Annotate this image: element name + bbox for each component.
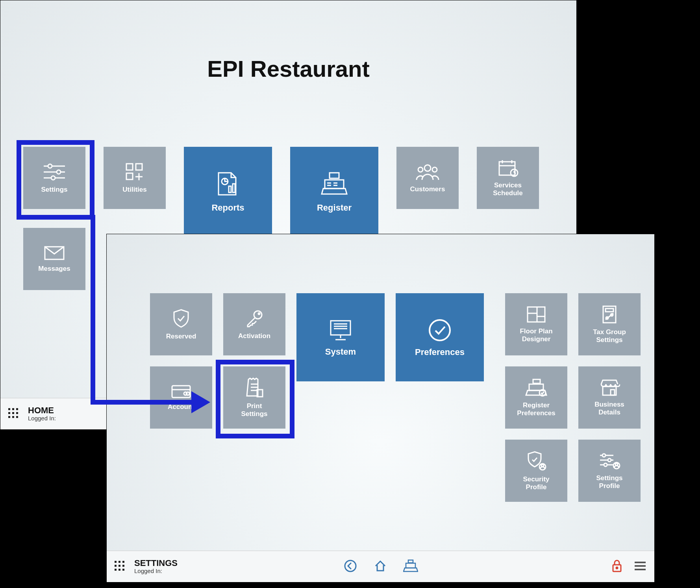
customers-icon xyxy=(416,163,439,181)
lock-icon[interactable] xyxy=(611,559,623,574)
tile-label: Reports xyxy=(211,203,244,213)
sliders-icon xyxy=(42,162,67,182)
svg-rect-73 xyxy=(408,560,413,563)
tile-label: Utilities xyxy=(122,186,146,194)
svg-rect-7 xyxy=(136,164,142,170)
svg-point-1 xyxy=(48,164,52,168)
tile-label: SecurityProfile xyxy=(523,475,549,491)
bottombar-status: HOME Logged In: xyxy=(28,406,56,422)
svg-rect-40 xyxy=(528,307,545,322)
svg-rect-45 xyxy=(606,309,613,312)
svg-point-72 xyxy=(345,560,356,571)
tile-label: Register xyxy=(317,203,352,213)
svg-point-20 xyxy=(424,165,431,171)
app-title: EPI Restaurant xyxy=(0,55,576,82)
register-tile[interactable]: Register xyxy=(290,147,378,235)
register-preferences-tile[interactable]: RegisterPreferences xyxy=(505,366,567,429)
utilities-tile[interactable]: Utilities xyxy=(104,147,166,209)
tile-label: RegisterPreferences xyxy=(517,401,555,417)
security-profile-tile[interactable]: SecurityProfile xyxy=(505,440,567,502)
print-settings-tile[interactable]: PrintSettings xyxy=(223,366,285,429)
svg-point-22 xyxy=(432,167,437,172)
svg-point-32 xyxy=(258,313,260,314)
tile-label: BusinessDetails xyxy=(594,401,624,416)
shield-user-icon xyxy=(526,450,546,472)
tile-label: System xyxy=(325,347,356,357)
storefront-icon xyxy=(599,379,620,397)
register-check-icon xyxy=(525,378,547,398)
settings-profile-tile[interactable]: SettingsProfile xyxy=(578,440,641,502)
section-label: HOME xyxy=(28,406,56,415)
svg-point-39 xyxy=(430,320,450,340)
settings-bottombar: SETTINGS Logged In: xyxy=(107,551,654,582)
tile-label: Messages xyxy=(38,265,70,273)
reserved-tile[interactable]: Reserved xyxy=(150,293,212,355)
tile-label: Floor PlanDesigner xyxy=(520,327,552,343)
arrow-head-icon xyxy=(191,391,210,413)
svg-rect-15 xyxy=(325,180,344,189)
back-icon[interactable] xyxy=(343,559,357,575)
tax-group-settings-tile[interactable]: Tax GroupSettings xyxy=(578,293,641,355)
settings-tile[interactable]: Settings xyxy=(23,147,85,209)
tile-label: Tax GroupSettings xyxy=(593,328,626,344)
tile-label: ServicesSchedule xyxy=(493,181,523,197)
svg-point-76 xyxy=(616,567,618,569)
svg-rect-6 xyxy=(126,164,133,170)
envelope-icon xyxy=(43,245,65,261)
svg-point-21 xyxy=(418,167,423,172)
register-nav-icon[interactable] xyxy=(403,559,418,574)
messages-tile[interactable]: Messages xyxy=(23,228,85,290)
preferences-tile[interactable]: Preferences xyxy=(396,293,484,381)
shield-check-icon xyxy=(172,308,191,329)
svg-rect-33 xyxy=(331,321,350,335)
tile-label: Activation xyxy=(238,332,270,340)
customers-tile[interactable]: Customers xyxy=(396,147,459,209)
floor-plan-designer-tile[interactable]: Floor PlanDesigner xyxy=(505,293,567,355)
svg-rect-23 xyxy=(499,162,515,175)
activation-tile[interactable]: Activation xyxy=(223,293,285,355)
arrow-segment-horizontal xyxy=(91,400,192,405)
key-icon xyxy=(244,309,264,328)
sliders-user-icon xyxy=(598,451,620,470)
svg-point-65 xyxy=(602,454,606,457)
grip-icon[interactable] xyxy=(115,561,126,573)
receipt-icon xyxy=(244,377,264,398)
tile-label: Preferences xyxy=(415,347,465,357)
system-tile[interactable]: System xyxy=(296,293,385,381)
home-icon[interactable] xyxy=(373,559,387,575)
svg-rect-14 xyxy=(330,173,339,178)
svg-point-52 xyxy=(186,392,189,395)
tile-label: SettingsProfile xyxy=(596,474,622,490)
svg-rect-74 xyxy=(406,563,415,568)
business-details-tile[interactable]: BusinessDetails xyxy=(578,366,641,429)
svg-point-5 xyxy=(51,176,55,180)
menu-icon[interactable] xyxy=(634,561,646,573)
report-icon xyxy=(213,169,243,199)
tile-label: Customers xyxy=(410,185,445,193)
credit-card-icon xyxy=(170,384,192,399)
svg-point-67 xyxy=(608,459,611,462)
arrow-segment-vertical xyxy=(91,215,95,405)
section-label: SETTINGS xyxy=(134,558,178,568)
tile-label: PrintSettings xyxy=(241,402,267,418)
svg-rect-13 xyxy=(233,184,235,192)
logged-in-label: Logged In: xyxy=(134,568,178,575)
svg-rect-12 xyxy=(229,186,231,192)
floor-plan-icon xyxy=(526,305,546,324)
tile-label: Settings xyxy=(41,186,67,194)
svg-point-69 xyxy=(604,463,607,466)
tile-label: Reserved xyxy=(166,333,196,340)
logged-in-label: Logged In: xyxy=(28,415,56,422)
register-icon xyxy=(319,169,349,199)
svg-rect-57 xyxy=(533,379,540,383)
grip-icon[interactable] xyxy=(8,408,20,420)
svg-rect-8 xyxy=(126,173,133,179)
check-circle-icon xyxy=(427,317,453,343)
bottombar-status: SETTINGS Logged In: xyxy=(134,558,178,575)
tax-icon xyxy=(600,305,619,324)
svg-point-3 xyxy=(57,170,61,174)
svg-rect-61 xyxy=(611,390,615,395)
services-schedule-tile[interactable]: ServicesSchedule xyxy=(477,147,539,209)
reports-tile[interactable]: Reports xyxy=(184,147,272,235)
calendar-clock-icon xyxy=(497,159,519,178)
